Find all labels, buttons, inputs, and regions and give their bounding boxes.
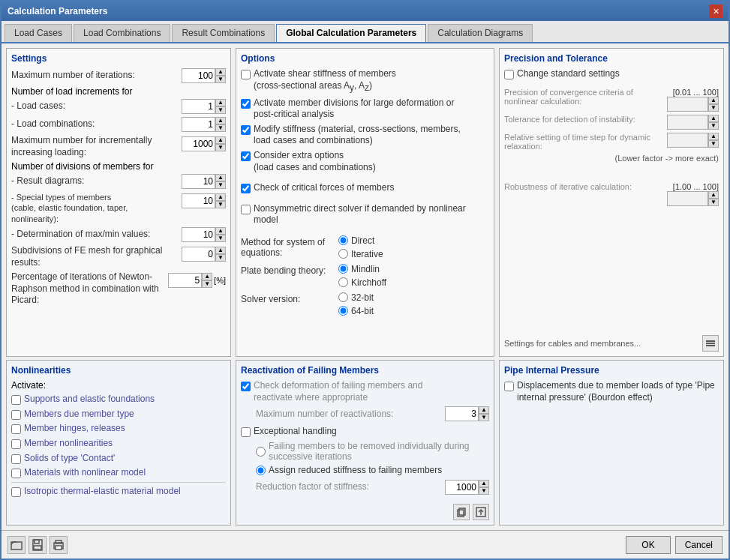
- shear-stiffness-checkbox[interactable]: [241, 70, 251, 79]
- cancel-button[interactable]: Cancel: [675, 536, 722, 554]
- dynamic-input-group[interactable]: ▲ ▼: [667, 133, 719, 148]
- exceptional-checkbox[interactable]: [241, 427, 251, 437]
- result-diagrams-input[interactable]: [182, 174, 215, 189]
- max-iterations-spinner[interactable]: ▲ ▼: [182, 68, 226, 83]
- ok-button[interactable]: OK: [626, 536, 670, 554]
- max-iterations-input[interactable]: [182, 68, 215, 83]
- robustness-input[interactable]: [667, 191, 708, 206]
- materials-nonlinear-checkbox[interactable]: [11, 469, 21, 478]
- newton-down[interactable]: ▼: [202, 280, 212, 288]
- plate-mindlin-radio[interactable]: [338, 264, 348, 274]
- plate-kirchhoff-radio[interactable]: [338, 277, 348, 287]
- save-icon-button[interactable]: [29, 536, 47, 554]
- member-hinges-checkbox[interactable]: [11, 424, 21, 434]
- member-nonlinear-checkbox[interactable]: [11, 439, 21, 449]
- reduction-factor-down[interactable]: ▼: [479, 487, 489, 495]
- members-type-checkbox[interactable]: [11, 410, 21, 420]
- instability-input[interactable]: [667, 115, 708, 130]
- convergence-input-group[interactable]: ▲ ▼: [667, 97, 719, 112]
- load-cases-spinner[interactable]: ▲ ▼: [182, 99, 226, 114]
- load-cases-up[interactable]: ▲: [215, 99, 226, 106]
- maxmin-up[interactable]: ▲: [215, 227, 226, 235]
- check-deformation-checkbox[interactable]: [241, 382, 251, 391]
- open-icon-button[interactable]: [8, 536, 26, 554]
- load-combinations-input[interactable]: [182, 117, 215, 132]
- instability-down[interactable]: ▼: [708, 122, 719, 130]
- max-loading-input[interactable]: [182, 136, 215, 151]
- special-types-spinner[interactable]: ▲ ▼: [182, 193, 226, 208]
- nonsymmetric-checkbox[interactable]: [241, 205, 251, 214]
- solver-64bit-radio[interactable]: [338, 306, 348, 316]
- reduction-factor-spinner[interactable]: ▲ ▼: [445, 480, 489, 495]
- tab-load-cases[interactable]: Load Cases: [5, 24, 72, 42]
- special-types-up[interactable]: ▲: [215, 193, 226, 201]
- newton-spinner[interactable]: ▲ ▼: [168, 273, 212, 288]
- reduction-factor-input[interactable]: [445, 480, 479, 495]
- convergence-up[interactable]: ▲: [708, 97, 719, 104]
- newton-input[interactable]: [168, 273, 202, 288]
- displacements-row: Displacements due to member loads of typ…: [504, 380, 719, 403]
- special-types-input[interactable]: [182, 193, 215, 208]
- reduction-factor-up[interactable]: ▲: [479, 480, 489, 487]
- critical-forces-checkbox[interactable]: [241, 184, 251, 193]
- tab-global-calc[interactable]: Global Calculation Parameters: [276, 24, 426, 42]
- modify-stiffness-checkbox[interactable]: [241, 125, 251, 135]
- max-reactivations-spinner[interactable]: ▲ ▼: [445, 406, 489, 421]
- max-loading-spinner[interactable]: ▲ ▼: [182, 136, 226, 151]
- robustness-up[interactable]: ▲: [708, 191, 719, 199]
- load-combinations-down[interactable]: ▼: [215, 124, 226, 132]
- copy-icon-button[interactable]: [453, 504, 470, 520]
- convergence-down[interactable]: ▼: [708, 104, 719, 112]
- max-reactivations-up[interactable]: ▲: [479, 406, 489, 414]
- fe-mesh-spinner[interactable]: ▲ ▼: [182, 247, 226, 262]
- result-diagrams-down[interactable]: ▼: [215, 181, 226, 189]
- maxmin-down[interactable]: ▼: [215, 235, 226, 242]
- fe-mesh-up[interactable]: ▲: [215, 247, 226, 254]
- supports-checkbox[interactable]: [11, 395, 21, 405]
- maxmin-input[interactable]: [182, 227, 215, 242]
- max-iterations-down[interactable]: ▼: [215, 76, 226, 83]
- isotropic-checkbox[interactable]: [11, 487, 21, 497]
- instability-input-group[interactable]: ▲ ▼: [667, 115, 719, 130]
- export-icon-button[interactable]: [473, 504, 489, 520]
- tab-load-combinations[interactable]: Load Combinations: [74, 24, 170, 42]
- max-reactivations-input[interactable]: [445, 406, 479, 421]
- assign-reduced-radio[interactable]: [256, 466, 266, 475]
- extra-options-checkbox[interactable]: [241, 151, 251, 161]
- load-cases-down[interactable]: ▼: [215, 106, 226, 114]
- tab-result-combinations[interactable]: Result Combinations: [172, 24, 275, 42]
- instability-up[interactable]: ▲: [708, 115, 719, 122]
- result-diagrams-up[interactable]: ▲: [215, 174, 226, 181]
- dynamic-up[interactable]: ▲: [708, 133, 719, 140]
- close-button[interactable]: ✕: [709, 4, 722, 18]
- convergence-input[interactable]: [667, 97, 708, 112]
- failing-remove-radio[interactable]: [256, 447, 266, 457]
- method-iterative-radio[interactable]: [338, 249, 348, 259]
- fe-mesh-input[interactable]: [182, 247, 215, 262]
- displacements-checkbox[interactable]: [504, 382, 514, 391]
- tab-calc-diagrams[interactable]: Calculation Diagrams: [428, 24, 533, 42]
- result-diagrams-spinner[interactable]: ▲ ▼: [182, 174, 226, 189]
- member-divisions-checkbox[interactable]: [241, 99, 251, 109]
- dynamic-input[interactable]: [667, 133, 708, 148]
- special-types-down[interactable]: ▼: [215, 201, 226, 208]
- max-iterations-up[interactable]: ▲: [215, 68, 226, 76]
- newton-up[interactable]: ▲: [202, 273, 212, 280]
- max-reactivations-down[interactable]: ▼: [479, 414, 489, 421]
- method-direct-radio[interactable]: [338, 235, 348, 245]
- maxmin-spinner[interactable]: ▲ ▼: [182, 227, 226, 242]
- solver-32bit-radio[interactable]: [338, 292, 348, 302]
- max-loading-down[interactable]: ▼: [215, 144, 226, 151]
- cables-settings-button[interactable]: [702, 335, 719, 352]
- load-combinations-spinner[interactable]: ▲ ▼: [182, 117, 226, 132]
- load-combinations-up[interactable]: ▲: [215, 117, 226, 124]
- fe-mesh-down[interactable]: ▼: [215, 254, 226, 262]
- dynamic-down[interactable]: ▼: [708, 140, 719, 148]
- robustness-down[interactable]: ▼: [708, 199, 719, 206]
- solids-contact-checkbox[interactable]: [11, 454, 21, 464]
- change-settings-checkbox[interactable]: [504, 70, 514, 79]
- print-icon-button[interactable]: [50, 536, 68, 554]
- robustness-input-group[interactable]: ▲ ▼: [667, 191, 719, 206]
- load-cases-input[interactable]: [182, 99, 215, 114]
- max-loading-up[interactable]: ▲: [215, 136, 226, 144]
